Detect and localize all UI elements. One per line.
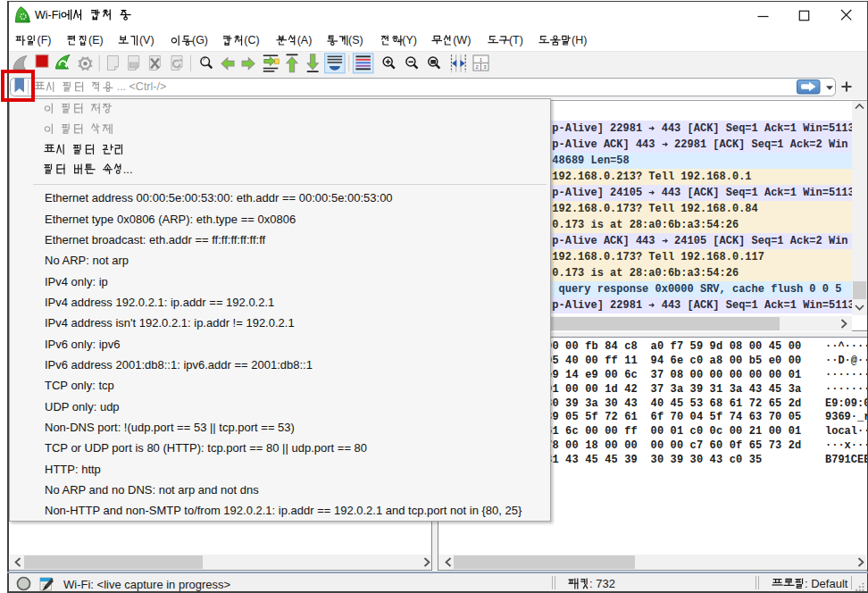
svg-text:010: 010 [130, 63, 138, 68]
